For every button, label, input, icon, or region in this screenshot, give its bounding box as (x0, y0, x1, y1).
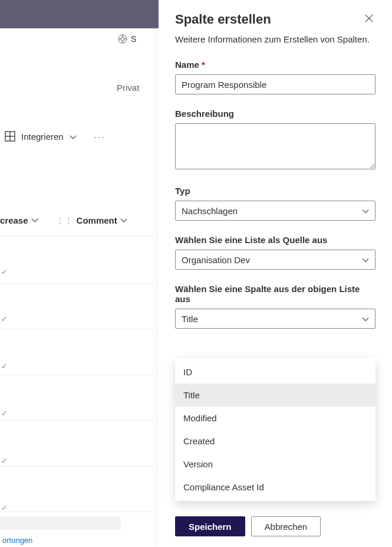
panel-title: Spalte erstellen (175, 12, 271, 27)
label-text: Name (175, 60, 199, 70)
dropdown-option[interactable]: Created (175, 430, 375, 453)
divider (0, 236, 153, 237)
field-source-column: Wählen Sie eine Spalte aus der obigen Li… (175, 284, 375, 329)
save-button[interactable]: Speichern (175, 516, 245, 536)
panel-footer: Speichern Abbrechen (175, 516, 321, 536)
bg-integrate-menu[interactable]: Integrieren ··· (0, 124, 153, 149)
name-input[interactable] (175, 74, 375, 94)
svg-point-1 (121, 37, 124, 41)
bg-column-headers: crease ⋮⋮ Comment (0, 215, 153, 225)
bg-bottom-link[interactable]: ortungen (2, 536, 32, 545)
dropdown-option[interactable]: Modified (175, 407, 375, 430)
more-icon[interactable]: ··· (94, 132, 106, 142)
source-column-select[interactable]: Title (175, 309, 375, 329)
source-list-select[interactable]: Organisation Dev (175, 250, 375, 270)
column-header-label: Comment (77, 215, 117, 225)
chevron-down-icon (70, 132, 77, 142)
source-list-value: Organisation Dev (182, 255, 250, 265)
checkmark-icon: ✓ (0, 389, 9, 437)
field-type: Typ Nachschlagen (175, 186, 375, 221)
close-button[interactable] (363, 12, 375, 25)
drag-handle-icon: ⋮⋮ (56, 216, 73, 225)
dropdown-option[interactable]: ID (175, 361, 375, 384)
panel-header: Spalte erstellen (175, 12, 375, 27)
field-source-list: Wählen Sie eine Liste als Quelle aus Org… (175, 235, 375, 270)
column-header-label: crease (0, 215, 28, 225)
cancel-button[interactable]: Abbrechen (251, 516, 321, 536)
chevron-down-icon (362, 255, 369, 265)
bg-bottom-bar (0, 517, 121, 530)
close-icon (365, 14, 373, 22)
column-header-crease[interactable]: crease (0, 215, 38, 225)
checkmark-icon: ✓ (0, 437, 9, 484)
dropdown-option[interactable]: Version (175, 453, 375, 476)
divider (0, 283, 153, 284)
dropdown-option[interactable]: Title (175, 384, 375, 407)
divider (0, 466, 153, 467)
grid-icon (5, 131, 15, 142)
type-select-value: Nachschlagen (182, 206, 238, 216)
bg-toolbar-label: S (131, 34, 136, 44)
type-label: Typ (175, 186, 375, 196)
checkmark-icon: ✓ (0, 295, 9, 342)
panel-subtitle: Weitere Informationen zum Erstellen von … (175, 33, 375, 45)
field-description: Beschreibung (175, 109, 375, 172)
source-column-label: Wählen Sie eine Spalte aus der obigen Li… (175, 284, 375, 304)
description-textarea[interactable] (175, 123, 375, 169)
chevron-down-icon (362, 206, 369, 216)
checkmark-icon: ✓ (0, 248, 9, 295)
source-column-value: Title (182, 314, 198, 324)
bg-checkmarks: ✓ ✓ ✓ ✓ ✓ ✓ (0, 248, 9, 531)
dropdown-option[interactable]: Compliance Asset Id (175, 476, 375, 499)
integrate-label: Integrieren (21, 132, 64, 142)
description-label: Beschreibung (175, 109, 375, 119)
checkmark-icon: ✓ (0, 342, 9, 389)
field-name: Name * (175, 60, 375, 94)
lifering-icon (118, 34, 127, 44)
divider (0, 512, 153, 512)
chevron-down-icon (362, 314, 369, 324)
create-column-panel: Spalte erstellen Weitere Informationen z… (159, 0, 392, 547)
divider (0, 329, 153, 329)
bg-privacy-label: Privat (117, 83, 139, 93)
source-column-dropdown: IDTitleModifiedCreatedVersionCompliance … (175, 358, 375, 501)
type-select[interactable]: Nachschlagen (175, 201, 375, 221)
column-header-comment[interactable]: ⋮⋮ Comment (56, 215, 127, 225)
divider (0, 375, 153, 375)
divider (0, 420, 153, 421)
bg-toolbar-item: S (118, 34, 153, 44)
source-list-label: Wählen Sie eine Liste als Quelle aus (175, 235, 375, 245)
name-label: Name * (175, 60, 375, 70)
required-indicator: * (202, 60, 205, 70)
